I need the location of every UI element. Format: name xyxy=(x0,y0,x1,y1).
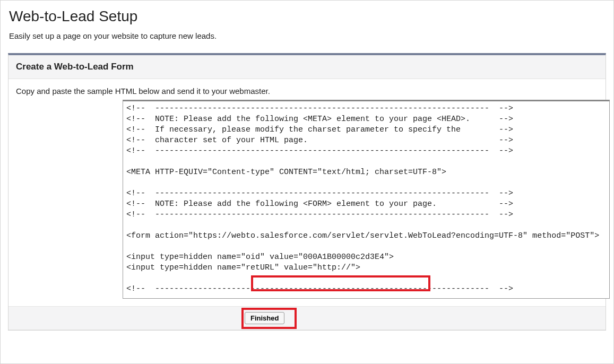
form-panel: Create a Web-to-Lead Form Copy and paste… xyxy=(8,53,606,331)
app-container: Web-to-Lead Setup Easily set up a page o… xyxy=(0,0,614,364)
html-sample-textarea[interactable]: <!-- -----------------------------------… xyxy=(123,100,610,299)
page-subtitle: Easily set up a page on your website to … xyxy=(9,31,613,40)
panel-description: Copy and paste the sample HTML below and… xyxy=(8,79,606,100)
panel-footer: Finished xyxy=(8,306,606,330)
finished-button[interactable]: Finished xyxy=(245,312,284,324)
code-area-wrap: <!-- -----------------------------------… xyxy=(123,100,606,299)
panel-header-title: Create a Web-to-Lead Form xyxy=(16,62,598,72)
finished-wrap: Finished xyxy=(245,312,284,324)
page-title: Web-to-Lead Setup xyxy=(9,8,613,25)
panel-header: Create a Web-to-Lead Form xyxy=(8,55,606,79)
